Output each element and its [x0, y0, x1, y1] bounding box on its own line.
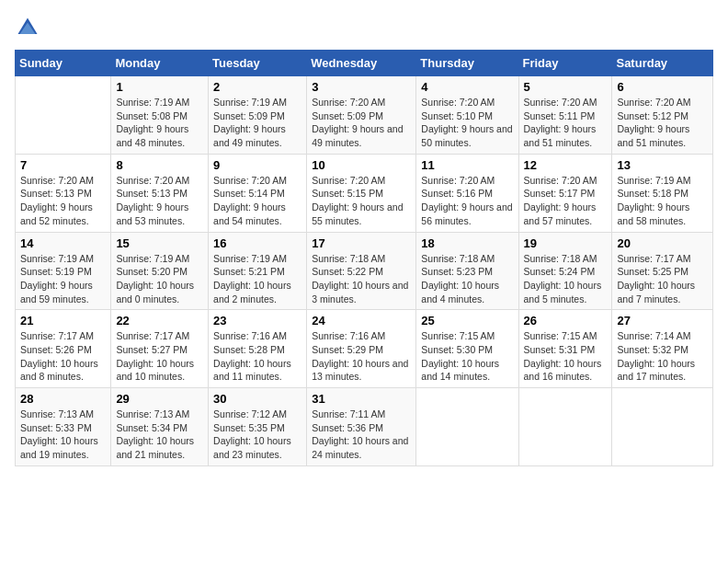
- day-cell: 11Sunrise: 7:20 AMSunset: 5:16 PMDayligh…: [416, 154, 518, 232]
- header-cell-sunday: Sunday: [16, 51, 111, 76]
- day-cell: 30Sunrise: 7:12 AMSunset: 5:35 PMDayligh…: [209, 388, 307, 466]
- day-info: Sunrise: 7:20 AMSunset: 5:09 PMDaylight:…: [312, 96, 411, 150]
- day-cell: 20Sunrise: 7:17 AMSunset: 5:25 PMDayligh…: [612, 232, 713, 310]
- day-number: 5: [524, 80, 608, 94]
- day-cell: [416, 388, 518, 466]
- week-row-4: 21Sunrise: 7:17 AMSunset: 5:26 PMDayligh…: [16, 310, 713, 388]
- day-number: 21: [20, 314, 106, 327]
- day-info: Sunrise: 7:14 AMSunset: 5:32 PMDaylight:…: [617, 329, 708, 384]
- day-info: Sunrise: 7:20 AMSunset: 5:16 PMDaylight:…: [421, 174, 513, 228]
- day-cell: 15Sunrise: 7:19 AMSunset: 5:20 PMDayligh…: [111, 232, 209, 310]
- day-info: Sunrise: 7:13 AMSunset: 5:34 PMDaylight:…: [116, 408, 203, 462]
- day-number: 18: [421, 236, 513, 250]
- day-number: 19: [524, 236, 608, 250]
- day-info: Sunrise: 7:15 AMSunset: 5:31 PMDaylight:…: [524, 329, 608, 384]
- day-info: Sunrise: 7:20 AMSunset: 5:11 PMDaylight:…: [524, 96, 608, 150]
- day-info: Sunrise: 7:17 AMSunset: 5:26 PMDaylight:…: [20, 329, 106, 384]
- header-cell-tuesday: Tuesday: [209, 51, 307, 76]
- logo: [15, 15, 44, 40]
- day-info: Sunrise: 7:18 AMSunset: 5:24 PMDaylight:…: [524, 252, 608, 306]
- day-info: Sunrise: 7:13 AMSunset: 5:33 PMDaylight:…: [20, 408, 106, 462]
- day-number: 30: [213, 392, 301, 406]
- day-cell: 16Sunrise: 7:19 AMSunset: 5:21 PMDayligh…: [209, 232, 307, 310]
- day-cell: 25Sunrise: 7:15 AMSunset: 5:30 PMDayligh…: [416, 310, 518, 388]
- day-info: Sunrise: 7:20 AMSunset: 5:14 PMDaylight:…: [213, 174, 301, 228]
- day-info: Sunrise: 7:16 AMSunset: 5:29 PMDaylight:…: [312, 329, 411, 384]
- week-row-3: 14Sunrise: 7:19 AMSunset: 5:19 PMDayligh…: [16, 232, 713, 310]
- day-number: 1: [116, 80, 203, 94]
- day-info: Sunrise: 7:18 AMSunset: 5:22 PMDaylight:…: [312, 252, 411, 306]
- header-cell-thursday: Thursday: [416, 51, 518, 76]
- day-cell: 23Sunrise: 7:16 AMSunset: 5:28 PMDayligh…: [209, 310, 307, 388]
- day-number: 28: [20, 392, 106, 406]
- day-number: 13: [617, 158, 708, 172]
- day-number: 8: [116, 158, 203, 172]
- day-cell: 19Sunrise: 7:18 AMSunset: 5:24 PMDayligh…: [518, 232, 612, 310]
- day-info: Sunrise: 7:19 AMSunset: 5:19 PMDaylight:…: [20, 252, 106, 306]
- day-number: 12: [524, 158, 608, 172]
- week-row-2: 7Sunrise: 7:20 AMSunset: 5:13 PMDaylight…: [16, 154, 713, 232]
- day-info: Sunrise: 7:12 AMSunset: 5:35 PMDaylight:…: [213, 408, 301, 462]
- week-row-1: 1Sunrise: 7:19 AMSunset: 5:08 PMDaylight…: [16, 76, 713, 155]
- day-info: Sunrise: 7:20 AMSunset: 5:13 PMDaylight:…: [20, 174, 106, 228]
- day-number: 10: [312, 158, 411, 172]
- day-info: Sunrise: 7:19 AMSunset: 5:20 PMDaylight:…: [116, 252, 203, 306]
- day-number: 14: [20, 236, 106, 250]
- day-number: 4: [421, 80, 513, 94]
- day-number: 9: [213, 158, 301, 172]
- page-container: SundayMondayTuesdayWednesdayThursdayFrid…: [15, 15, 713, 466]
- day-cell: 10Sunrise: 7:20 AMSunset: 5:15 PMDayligh…: [307, 154, 416, 232]
- header-cell-monday: Monday: [111, 51, 209, 76]
- day-cell: 4Sunrise: 7:20 AMSunset: 5:10 PMDaylight…: [416, 76, 518, 155]
- day-info: Sunrise: 7:17 AMSunset: 5:27 PMDaylight:…: [116, 329, 203, 384]
- header: [15, 15, 713, 40]
- day-info: Sunrise: 7:20 AMSunset: 5:15 PMDaylight:…: [312, 174, 411, 228]
- day-cell: 13Sunrise: 7:19 AMSunset: 5:18 PMDayligh…: [612, 154, 713, 232]
- day-info: Sunrise: 7:19 AMSunset: 5:18 PMDaylight:…: [617, 174, 708, 228]
- day-cell: [612, 388, 713, 466]
- day-info: Sunrise: 7:16 AMSunset: 5:28 PMDaylight:…: [213, 329, 301, 384]
- day-cell: 21Sunrise: 7:17 AMSunset: 5:26 PMDayligh…: [16, 310, 111, 388]
- day-number: 20: [617, 236, 708, 250]
- day-number: 29: [116, 392, 203, 406]
- day-number: 27: [617, 314, 708, 327]
- day-info: Sunrise: 7:18 AMSunset: 5:23 PMDaylight:…: [421, 252, 513, 306]
- day-cell: [518, 388, 612, 466]
- day-info: Sunrise: 7:11 AMSunset: 5:36 PMDaylight:…: [312, 408, 411, 462]
- day-info: Sunrise: 7:19 AMSunset: 5:09 PMDaylight:…: [213, 96, 301, 150]
- day-cell: 2Sunrise: 7:19 AMSunset: 5:09 PMDaylight…: [209, 76, 307, 155]
- day-number: 23: [213, 314, 301, 327]
- day-info: Sunrise: 7:19 AMSunset: 5:21 PMDaylight:…: [213, 252, 301, 306]
- day-number: 7: [20, 158, 106, 172]
- day-cell: 26Sunrise: 7:15 AMSunset: 5:31 PMDayligh…: [518, 310, 612, 388]
- day-number: 16: [213, 236, 301, 250]
- day-info: Sunrise: 7:17 AMSunset: 5:25 PMDaylight:…: [617, 252, 708, 306]
- day-number: 17: [312, 236, 411, 250]
- day-cell: 3Sunrise: 7:20 AMSunset: 5:09 PMDaylight…: [307, 76, 416, 155]
- day-number: 31: [312, 392, 411, 406]
- day-number: 2: [213, 80, 301, 94]
- day-info: Sunrise: 7:19 AMSunset: 5:08 PMDaylight:…: [116, 96, 203, 150]
- day-info: Sunrise: 7:20 AMSunset: 5:12 PMDaylight:…: [617, 96, 708, 150]
- day-cell: 29Sunrise: 7:13 AMSunset: 5:34 PMDayligh…: [111, 388, 209, 466]
- day-cell: 24Sunrise: 7:16 AMSunset: 5:29 PMDayligh…: [307, 310, 416, 388]
- day-cell: 17Sunrise: 7:18 AMSunset: 5:22 PMDayligh…: [307, 232, 416, 310]
- calendar-table: SundayMondayTuesdayWednesdayThursdayFrid…: [15, 50, 713, 466]
- day-cell: 27Sunrise: 7:14 AMSunset: 5:32 PMDayligh…: [612, 310, 713, 388]
- day-number: 6: [617, 80, 708, 94]
- day-cell: 7Sunrise: 7:20 AMSunset: 5:13 PMDaylight…: [16, 154, 111, 232]
- day-info: Sunrise: 7:15 AMSunset: 5:30 PMDaylight:…: [421, 329, 513, 384]
- day-cell: [16, 76, 111, 155]
- day-number: 3: [312, 80, 411, 94]
- header-cell-friday: Friday: [518, 51, 612, 76]
- day-number: 15: [116, 236, 203, 250]
- day-info: Sunrise: 7:20 AMSunset: 5:10 PMDaylight:…: [421, 96, 513, 150]
- day-cell: 18Sunrise: 7:18 AMSunset: 5:23 PMDayligh…: [416, 232, 518, 310]
- header-row: SundayMondayTuesdayWednesdayThursdayFrid…: [16, 51, 713, 76]
- day-cell: 12Sunrise: 7:20 AMSunset: 5:17 PMDayligh…: [518, 154, 612, 232]
- day-cell: 14Sunrise: 7:19 AMSunset: 5:19 PMDayligh…: [16, 232, 111, 310]
- day-number: 11: [421, 158, 513, 172]
- day-cell: 31Sunrise: 7:11 AMSunset: 5:36 PMDayligh…: [307, 388, 416, 466]
- day-cell: 9Sunrise: 7:20 AMSunset: 5:14 PMDaylight…: [209, 154, 307, 232]
- week-row-5: 28Sunrise: 7:13 AMSunset: 5:33 PMDayligh…: [16, 388, 713, 466]
